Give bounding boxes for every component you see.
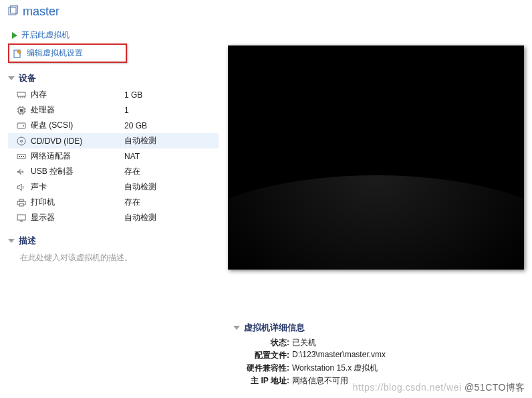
svg-rect-3 [17, 92, 25, 96]
edit-settings-label: 编辑虚拟机设置 [27, 47, 83, 59]
device-label: 声卡 [31, 181, 124, 193]
device-label: CD/DVD (IDE) [31, 136, 124, 146]
detail-label: 状态: [233, 337, 289, 349]
detail-label: 硬件兼容性: [233, 363, 289, 374]
svg-rect-25 [23, 156, 24, 157]
device-row[interactable]: 声卡自动检测 [8, 179, 219, 195]
description-section-label: 描述 [19, 235, 36, 247]
device-list: 内存1 GB处理器1硬盘 (SCSI)20 GBCD/DVD (IDE)自动检测… [8, 87, 219, 225]
printer-icon [16, 198, 27, 207]
net-icon [16, 152, 27, 161]
vm-header: master [0, 0, 532, 23]
detail-row-state: 状态: 已关机 [233, 336, 524, 349]
device-row[interactable]: 硬盘 (SCSI)20 GB [8, 118, 219, 133]
svg-rect-24 [21, 156, 22, 157]
device-value: 自动检测 [124, 135, 156, 146]
details-section-header[interactable]: 虚拟机详细信息 [233, 318, 524, 336]
usb-icon [16, 167, 27, 177]
svg-point-26 [17, 171, 19, 172]
left-panel: 开启此虚拟机 编辑虚拟机设置 设备 内存1 GB处理器1硬盘 (SCSI)20 … [0, 23, 219, 398]
vm-title: master [23, 5, 59, 19]
display-icon [16, 213, 27, 223]
start-vm-label: 开启此虚拟机 [21, 29, 70, 41]
edit-icon [13, 49, 23, 58]
svg-rect-18 [17, 123, 25, 128]
svg-rect-29 [19, 203, 23, 206]
cd-icon [16, 136, 27, 146]
detail-value: D:\123\master\master.vmx [289, 350, 386, 361]
device-label: 网络适配器 [31, 151, 124, 162]
device-row[interactable]: USB 控制器存在 [8, 164, 219, 179]
sound-icon [16, 183, 27, 192]
svg-rect-9 [20, 109, 23, 112]
device-row[interactable]: 处理器1 [8, 102, 219, 118]
device-label: 内存 [31, 89, 124, 100]
detail-row-config: 配置文件: D:\123\master\master.vmx [233, 349, 524, 362]
device-row[interactable]: CD/DVD (IDE)自动检测 [8, 133, 219, 148]
device-value: 1 [124, 106, 129, 115]
vm-details: 虚拟机详细信息 状态: 已关机 配置文件: D:\123\master\mast… [227, 318, 524, 387]
device-label: 显示器 [31, 212, 124, 223]
device-value: 1 GB [124, 90, 142, 100]
vm-tab-icon [7, 5, 19, 17]
right-panel: 虚拟机详细信息 状态: 已关机 配置文件: D:\123\master\mast… [219, 23, 532, 398]
devices-section-label: 设备 [19, 72, 36, 84]
device-row[interactable]: 打印机存在 [8, 195, 219, 210]
device-label: 处理器 [31, 104, 124, 116]
detail-row-ip: 主 IP 地址: 网络信息不可用 [233, 375, 524, 387]
device-row[interactable]: 网络适配器NAT [8, 148, 219, 164]
device-value: 自动检测 [124, 212, 156, 223]
cpu-icon [16, 106, 27, 115]
description-placeholder[interactable]: 在此处键入对该虚拟机的描述。 [8, 250, 219, 266]
device-label: 打印机 [31, 197, 124, 208]
device-row[interactable]: 内存1 GB [8, 87, 219, 102]
detail-value: Workstation 15.x 虚拟机 [289, 363, 378, 374]
details-section-label: 虚拟机详细信息 [244, 322, 305, 334]
edit-settings-highlight: 编辑虚拟机设置 [8, 43, 127, 63]
edit-settings-link[interactable]: 编辑虚拟机设置 [9, 46, 126, 60]
vm-screen-preview[interactable] [228, 45, 524, 270]
disk-icon [16, 121, 27, 130]
svg-rect-23 [19, 156, 20, 157]
detail-label: 配置文件: [233, 350, 289, 361]
device-value: 存在 [124, 166, 140, 177]
svg-point-19 [23, 125, 24, 126]
device-row[interactable]: 显示器自动检测 [8, 210, 219, 225]
device-value: NAT [124, 152, 140, 161]
description-section-header[interactable]: 描述 [8, 231, 219, 250]
svg-point-20 [17, 137, 25, 145]
devices-section-header[interactable]: 设备 [8, 68, 219, 87]
play-icon [12, 32, 17, 39]
chevron-down-icon [8, 239, 15, 243]
device-label: USB 控制器 [31, 166, 124, 177]
device-label: 硬盘 (SCSI) [31, 120, 124, 131]
memory-icon [16, 90, 27, 100]
svg-rect-30 [17, 215, 25, 220]
chevron-down-icon [8, 76, 15, 80]
detail-value: 已关机 [289, 337, 316, 349]
chevron-down-icon [233, 326, 240, 330]
detail-label: 主 IP 地址: [233, 375, 289, 387]
detail-value: 网络信息不可用 [289, 375, 348, 387]
start-vm-link[interactable]: 开启此虚拟机 [8, 28, 219, 42]
detail-row-compat: 硬件兼容性: Workstation 15.x 虚拟机 [233, 362, 524, 375]
device-value: 自动检测 [124, 181, 156, 193]
device-value: 存在 [124, 197, 140, 208]
svg-point-21 [21, 140, 23, 142]
device-value: 20 GB [124, 121, 147, 130]
